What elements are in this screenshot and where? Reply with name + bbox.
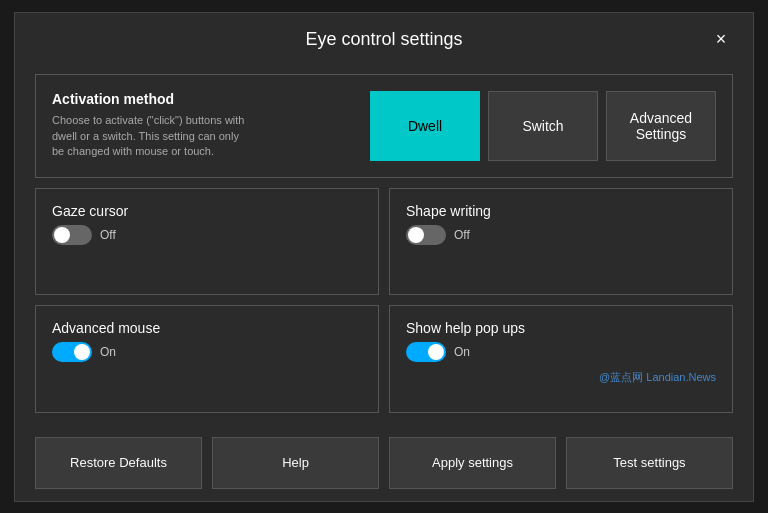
shape-writing-toggle[interactable] — [406, 225, 446, 245]
switch-button[interactable]: Switch — [488, 91, 598, 161]
advanced-mouse-title: Advanced mouse — [52, 320, 362, 336]
activation-buttons: Dwell Switch Advanced Settings — [272, 91, 716, 161]
shape-writing-toggle-row: Off — [406, 225, 716, 245]
eye-control-dialog: Eye control settings × Activation method… — [14, 12, 754, 502]
advanced-mouse-toggle[interactable] — [52, 342, 92, 362]
shape-writing-state: Off — [454, 228, 470, 242]
watermark: @蓝点网 Landian.News — [406, 370, 716, 385]
advanced-mouse-card: Advanced mouse On — [35, 305, 379, 413]
gaze-cursor-title: Gaze cursor — [52, 203, 362, 219]
dialog-title: Eye control settings — [305, 29, 462, 50]
dwell-button[interactable]: Dwell — [370, 91, 480, 161]
activation-description: Choose to activate ("click") buttons wit… — [52, 113, 252, 159]
restore-defaults-button[interactable]: Restore Defaults — [35, 437, 202, 489]
dialog-content: Activation method Choose to activate ("c… — [15, 66, 753, 425]
gaze-cursor-toggle-row: Off — [52, 225, 362, 245]
advanced-settings-button[interactable]: Advanced Settings — [606, 91, 716, 161]
toggles-grid: Gaze cursor Off Shape writing Off Advanc… — [35, 188, 733, 413]
show-help-card: Show help pop ups On @蓝点网 Landian.News — [389, 305, 733, 413]
apply-settings-button[interactable]: Apply settings — [389, 437, 556, 489]
shape-writing-title: Shape writing — [406, 203, 716, 219]
advanced-mouse-state: On — [100, 345, 116, 359]
bottom-bar: Restore Defaults Help Apply settings Tes… — [15, 425, 753, 501]
gaze-cursor-toggle[interactable] — [52, 225, 92, 245]
gaze-cursor-state: Off — [100, 228, 116, 242]
show-help-toggle[interactable] — [406, 342, 446, 362]
dialog-header: Eye control settings × — [15, 13, 753, 66]
show-help-toggle-row: On — [406, 342, 716, 362]
help-button[interactable]: Help — [212, 437, 379, 489]
gaze-cursor-card: Gaze cursor Off — [35, 188, 379, 296]
close-button[interactable]: × — [705, 23, 737, 55]
activation-section: Activation method Choose to activate ("c… — [35, 74, 733, 178]
show-help-state: On — [454, 345, 470, 359]
advanced-mouse-toggle-row: On — [52, 342, 362, 362]
shape-writing-card: Shape writing Off — [389, 188, 733, 296]
activation-heading: Activation method — [52, 91, 252, 107]
test-settings-button[interactable]: Test settings — [566, 437, 733, 489]
activation-label: Activation method Choose to activate ("c… — [52, 91, 252, 159]
show-help-title: Show help pop ups — [406, 320, 716, 336]
